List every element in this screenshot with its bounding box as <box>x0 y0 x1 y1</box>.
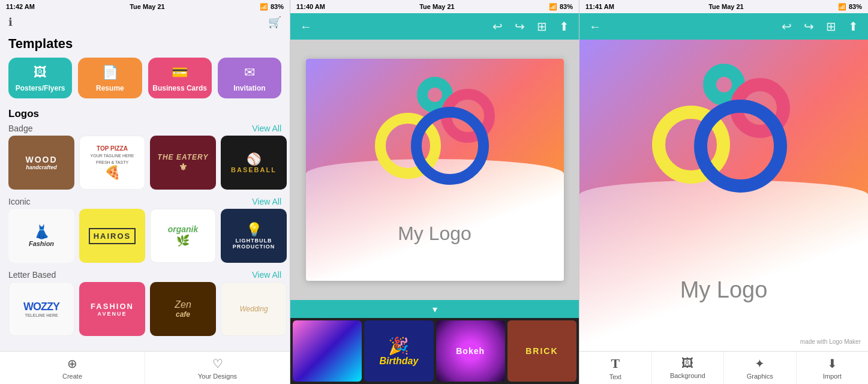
organik-icon: 🌿 <box>176 234 190 247</box>
baseball-label: BASEBALL <box>231 166 277 173</box>
lightbulb-icon: 💡 <box>246 222 262 238</box>
template-card-posters[interactable]: 🖼 Posters/Flyers <box>8 58 72 98</box>
expand-bar[interactable]: ▾ <box>290 300 579 318</box>
bg-birthday-thumb[interactable]: 🎉 Birthday <box>364 320 433 382</box>
back-icon-right[interactable]: ← <box>589 20 601 34</box>
status-bar-right: 11:41 AM Tue May 21 📶 83% <box>579 0 868 13</box>
tool-import[interactable]: ⬇ Import <box>797 352 869 384</box>
fashion2-sub: AVENUE <box>98 311 127 317</box>
fashion-label: Fashion <box>29 240 54 247</box>
organik-label: organik <box>168 224 199 234</box>
template-card-resume[interactable]: 📄 Resume <box>78 58 142 98</box>
logos-title: Logos <box>8 108 39 120</box>
undo-icon-middle[interactable]: ↩ <box>492 19 503 34</box>
tab-your-designs[interactable]: ♡ Your Designs <box>145 352 290 384</box>
redo-icon-middle[interactable]: ↪ <box>515 19 525 34</box>
signal-left: 📶 <box>260 3 268 11</box>
bg-gradient-preview <box>293 320 362 382</box>
birthday-stars: 🎉 <box>379 336 418 356</box>
zen-sub: cafe <box>176 310 190 319</box>
time-left: 11:42 AM <box>6 3 35 10</box>
tab-create-label: Create <box>62 373 82 380</box>
toolbar-right-right: ↩ ↪ ⊞ ⬆ <box>782 19 858 34</box>
logo-wedding[interactable]: Wedding <box>221 282 287 336</box>
logo-hairos[interactable]: HAIROS <box>79 209 145 263</box>
eatery-icon: ⚜ <box>179 161 187 173</box>
logo-wood[interactable]: WOOD handcrafted <box>8 136 74 190</box>
badge-view-all[interactable]: View All <box>252 124 281 133</box>
info-icon[interactable]: ℹ <box>8 16 13 29</box>
cart-icon[interactable]: 🛒 <box>268 16 281 29</box>
tool-background[interactable]: 🖼 Background <box>652 352 725 384</box>
share-icon-right[interactable]: ⬆ <box>848 19 858 34</box>
tab-create[interactable]: ⊕ Create <box>0 352 145 384</box>
logo-baseball[interactable]: ⚾ BASEBALL <box>221 136 287 190</box>
wedding-label: Wedding <box>239 305 268 313</box>
canvas-rings <box>363 77 507 197</box>
fashion-icon: 👗 <box>34 224 50 240</box>
template-card-invitation[interactable]: ✉ Invitation <box>218 58 281 98</box>
canvas-logo-text-right: My Logo <box>680 277 768 303</box>
ring2-blue <box>694 100 787 193</box>
bg-bokeh-thumb[interactable]: Bokeh <box>436 320 505 382</box>
iconic-view-all[interactable]: View All <box>252 197 281 206</box>
date-right: Tue May 21 <box>708 3 744 10</box>
import-tool-icon: ⬇ <box>827 356 837 371</box>
top-bar-left: ℹ 🛒 <box>0 13 290 34</box>
chevron-down-icon: ▾ <box>433 304 437 315</box>
templates-title: Templates <box>0 34 290 58</box>
status-right-middle: 📶 83% <box>549 3 573 11</box>
canvas-logo-text: My Logo <box>398 223 471 245</box>
logo-wozzy[interactable]: WOZZY TELELINE HERE <box>8 282 74 336</box>
logo-organik[interactable]: organik 🌿 <box>150 209 216 263</box>
tool-text[interactable]: T Text <box>579 352 652 384</box>
fashion2-label: FASHION <box>91 302 134 311</box>
letter-title: Letter Based <box>8 270 56 280</box>
logo-pizza[interactable]: TOP PIZZAYOUR TAGLINE HEREFRESH & TASTY … <box>79 136 145 190</box>
iconic-header: Iconic View All <box>0 196 290 209</box>
letter-view-all[interactable]: View All <box>252 270 281 280</box>
logos-section-header: Logos <box>0 106 290 122</box>
layers-icon-middle[interactable]: ⊞ <box>537 19 547 34</box>
logo-fashion2[interactable]: FASHION AVENUE <box>79 282 145 336</box>
layers-icon-right[interactable]: ⊞ <box>826 19 836 34</box>
logo-zen[interactable]: Zen cafe <box>150 282 216 336</box>
bg-birthday-preview: 🎉 Birthday <box>379 336 418 367</box>
watermark: made with Logo Maker <box>800 338 861 345</box>
template-card-business-cards[interactable]: 💳 Business Cards <box>148 58 212 98</box>
date-middle: Tue May 21 <box>419 3 455 10</box>
logo-fashion[interactable]: 👗 Fashion <box>8 209 74 263</box>
badge-header: Badge View All <box>0 122 290 136</box>
background-tool-label: Background <box>670 372 705 379</box>
canvas-card-middle[interactable]: My Logo <box>306 59 564 281</box>
hairos-label: HAIROS <box>89 228 136 244</box>
undo-icon-right[interactable]: ↩ <box>782 19 792 34</box>
tab-your-designs-label: Your Designs <box>198 373 237 380</box>
tool-graphics[interactable]: ✦ Graphics <box>724 352 797 384</box>
import-tool-label: Import <box>823 373 842 380</box>
left-panel: 11:42 AM Tue May 21 📶 83% ℹ 🛒 Templates … <box>0 0 290 384</box>
canvas-card-right[interactable]: My Logo made with Logo Maker <box>579 40 868 351</box>
lightbulb-label: LIGHTBULBPRODUCTION <box>233 238 275 250</box>
badge-title: Badge <box>8 124 32 133</box>
canvas-rings-right <box>640 64 808 208</box>
ring-blue <box>411 107 489 185</box>
canvas-area-middle[interactable]: My Logo <box>290 40 579 300</box>
back-icon-middle[interactable]: ← <box>300 20 312 34</box>
status-bar-left: 11:42 AM Tue May 21 📶 83% <box>0 0 290 13</box>
share-icon-middle[interactable]: ⬆ <box>559 19 569 34</box>
create-icon: ⊕ <box>67 356 77 371</box>
pizza-icon: 🍕 <box>104 165 121 181</box>
logo-eatery[interactable]: THE EATERY ⚜ <box>150 136 216 190</box>
background-strip: 🎉 Birthday Bokeh BRICK <box>290 318 579 384</box>
wood-label2: handcrafted <box>26 164 57 170</box>
bg-gradient-thumb[interactable] <box>293 320 362 382</box>
date-left: Tue May 21 <box>130 3 165 10</box>
editor-toolbar-right: ← ↩ ↪ ⊞ ⬆ <box>579 13 868 40</box>
redo-icon-right[interactable]: ↪ <box>804 19 814 34</box>
iconic-title: Iconic <box>8 197 31 206</box>
badge-logos: WOOD handcrafted TOP PIZZAYOUR TAGLINE H… <box>0 136 290 196</box>
bg-brick-thumb[interactable]: BRICK <box>507 320 576 382</box>
logo-lightbulb[interactable]: 💡 LIGHTBULBPRODUCTION <box>221 209 287 263</box>
letter-header: Letter Based View All <box>0 269 290 282</box>
